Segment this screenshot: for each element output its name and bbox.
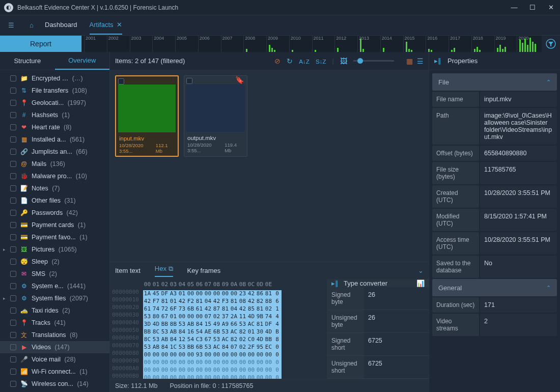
checkbox[interactable] — [186, 78, 192, 84]
list-view-icon[interactable]: ☰ — [417, 57, 424, 65]
tree-item[interactable]: 📍 Tracks (41) — [0, 317, 109, 329]
checkbox[interactable] — [10, 259, 16, 265]
tree-item[interactable]: 文 Translations (8) — [0, 329, 109, 341]
timeline-year[interactable]: 2002 — [107, 36, 130, 52]
checkbox[interactable] — [10, 210, 16, 216]
checkbox[interactable] — [118, 78, 124, 85]
tree-item[interactable]: ⚙ System e... (1441) — [0, 280, 109, 292]
timeline-year[interactable]: 2020 — [517, 36, 540, 52]
checkbox[interactable] — [10, 124, 16, 130]
tree-item[interactable]: 📁 Encrypted … (…) — [0, 72, 109, 85]
checkbox[interactable] — [10, 149, 16, 155]
tree-item[interactable]: ⇅ File transfers (108) — [0, 85, 109, 97]
thumbnail[interactable]: input.mkv 10/28/2020 3:55...112.1 Mb — [115, 75, 179, 157]
tree-item[interactable]: ▸ 🖼 Pictures (1065) — [0, 243, 109, 256]
tree-item[interactable]: 🔗 Jumplists an... (66) — [0, 146, 109, 158]
checkbox[interactable] — [10, 332, 16, 338]
play-icon[interactable]: ▸∥ — [434, 57, 441, 65]
tree-item[interactable]: 💳 Payment cards (1) — [0, 219, 109, 231]
checkbox[interactable] — [10, 185, 16, 191]
tree-item[interactable]: 📝 Notes (7) — [0, 182, 109, 194]
checkbox[interactable] — [10, 112, 16, 118]
timeline-year[interactable]: 2004 — [152, 36, 175, 52]
maximize-button[interactable]: ☐ — [527, 3, 538, 13]
timeline-year[interactable]: 2011 — [312, 36, 335, 52]
timeline-year[interactable]: 2012 — [334, 36, 357, 52]
timeline-year[interactable]: 2014 — [380, 36, 403, 52]
checkbox[interactable] — [10, 295, 16, 301]
checkbox[interactable] — [10, 234, 16, 240]
timeline-year[interactable]: 2001 — [84, 36, 107, 52]
checkbox[interactable] — [10, 173, 16, 179]
sidebar-tab-structure[interactable]: Structure — [0, 52, 55, 70]
checkbox[interactable] — [10, 161, 16, 167]
timeline-year[interactable]: 2009 — [266, 36, 289, 52]
bookmark-icon[interactable]: 🔖 — [235, 76, 244, 84]
checkbox[interactable] — [10, 369, 16, 375]
checkbox[interactable] — [10, 100, 16, 106]
timeline-year[interactable]: 2017 — [449, 36, 471, 52]
props-section-header[interactable]: General⌃ — [432, 279, 557, 296]
tree-item[interactable]: ❤ Heart rate (8) — [0, 121, 109, 133]
sort-sz-icon[interactable]: S↓Z — [316, 57, 326, 65]
checkbox[interactable] — [10, 222, 16, 228]
checkbox[interactable] — [10, 356, 16, 362]
checkbox[interactable] — [10, 320, 16, 326]
close-icon[interactable]: ✕ — [117, 21, 122, 29]
timeline-year[interactable]: 2003 — [130, 36, 153, 52]
tab-dashboard[interactable]: Dashboard — [45, 16, 77, 35]
minimize-button[interactable]: — — [509, 3, 519, 13]
refresh-icon[interactable]: ↻ — [287, 57, 293, 65]
tab-key-frames[interactable]: Key frames — [187, 267, 221, 274]
props-section-header[interactable]: File⌃ — [432, 73, 557, 91]
block-icon[interactable]: ⊘ — [274, 57, 281, 65]
report-button[interactable]: Report — [0, 36, 81, 52]
checkbox[interactable] — [10, 75, 16, 81]
tree-item[interactable]: 📡 Wireless con... (14) — [0, 378, 109, 390]
expand-icon[interactable]: ⌄ — [418, 267, 424, 274]
timeline-year[interactable]: 2008 — [243, 36, 266, 52]
tree-item[interactable]: 📶 Wi-Fi connect... (1) — [0, 366, 109, 378]
checkbox[interactable] — [10, 246, 16, 253]
tab-item-text[interactable]: Item text — [115, 267, 141, 274]
checkbox[interactable] — [10, 283, 16, 289]
sort-az-icon[interactable]: A↓Z — [299, 57, 310, 65]
timeline-year[interactable]: 2007 — [221, 36, 244, 52]
sidebar-tab-overview[interactable]: Overview — [55, 52, 110, 70]
timeline[interactable]: 2001200220032004200520062007200820092010… — [81, 36, 542, 52]
zoom-icon[interactable]: 🖼 — [340, 57, 347, 65]
timeline-year[interactable]: 2019 — [494, 36, 517, 52]
checkbox[interactable] — [10, 88, 16, 94]
tree-item[interactable]: 🔑 Passwords (42) — [0, 207, 109, 219]
checkbox[interactable] — [10, 271, 16, 277]
menu-icon[interactable]: ☰ — [4, 18, 18, 33]
play-icon[interactable]: ▸∥ — [331, 279, 339, 287]
tree-item[interactable]: 📄 Other files (31) — [0, 194, 109, 207]
tree-item[interactable]: 🐞 Malware pro... (10) — [0, 170, 109, 182]
tree-item[interactable]: ▶ Videos (147) — [0, 341, 109, 353]
external-link-icon[interactable]: ⧉ — [169, 265, 173, 272]
filter-icon[interactable] — [542, 36, 560, 52]
tree-item[interactable]: 😴 Sleep (2) — [0, 256, 109, 268]
tree-item[interactable]: # Hashsets (1) — [0, 109, 109, 121]
hex-view[interactable]: 0000000000000010000000200000003000000040… — [110, 279, 327, 379]
checkbox[interactable] — [10, 198, 16, 204]
close-button[interactable]: ✕ — [546, 3, 556, 13]
tree-item[interactable]: 🚕 Taxi rides (2) — [0, 304, 109, 317]
timeline-year[interactable]: 2006 — [198, 36, 221, 52]
thumbnail[interactable]: 🔖 output.mkv 10/28/2020 3:55...119.4 Mb — [184, 75, 247, 157]
grid-view-icon[interactable]: ▦ — [406, 57, 413, 65]
chevron-up-icon[interactable]: ⌃ — [546, 79, 551, 86]
timeline-year[interactable]: 2013 — [357, 36, 380, 52]
checkbox[interactable] — [10, 381, 16, 387]
tree-item[interactable]: 📍 Geolocati... (1997) — [0, 97, 109, 109]
checkbox[interactable] — [10, 307, 16, 314]
tab-artifacts[interactable]: Artifacts✕ — [90, 16, 122, 35]
tree-item[interactable]: ▦ Installed a... (561) — [0, 133, 109, 146]
home-icon[interactable]: ⌂ — [24, 18, 39, 33]
chevron-up-icon[interactable]: ⌃ — [546, 285, 551, 291]
timeline-year[interactable]: 2005 — [175, 36, 198, 52]
tree-item[interactable]: @ Mails (136) — [0, 158, 109, 170]
zoom-slider[interactable] — [353, 60, 394, 62]
tree-item[interactable]: 💳 Payment favo... (1) — [0, 231, 109, 243]
